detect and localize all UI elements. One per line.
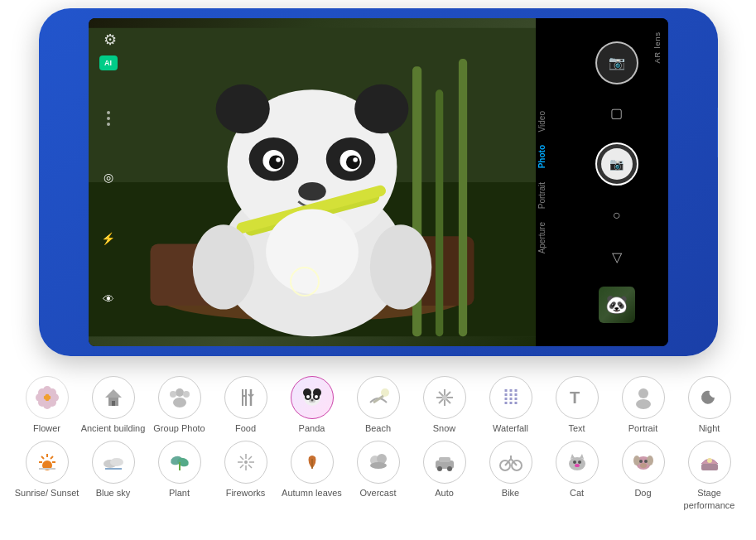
svg-point-53 xyxy=(306,395,310,398)
svg-point-114 xyxy=(640,463,647,468)
scene-icon-ancient-building[interactable]: Ancient building xyxy=(81,376,146,434)
flash-icon[interactable]: ⚡ xyxy=(99,229,118,248)
svg-point-54 xyxy=(315,395,318,398)
phone-frame: ⚙ AI ◎ ⚡ 👁 xyxy=(39,8,718,356)
svg-point-40 xyxy=(173,398,186,407)
svg-point-35 xyxy=(48,398,56,407)
volume-buttons xyxy=(39,75,40,139)
scene-icon-label-food: Food xyxy=(235,422,256,434)
scene-icon-label-waterfall: Waterfall xyxy=(493,422,528,434)
svg-point-32 xyxy=(38,388,46,397)
scene-icon-label-group-photo: Group Photo xyxy=(153,422,205,434)
volume-down-button[interactable] xyxy=(39,98,40,139)
svg-point-42 xyxy=(183,391,190,398)
mode-photo[interactable]: Photo xyxy=(536,138,566,175)
scene-icon-circle-ancient-building xyxy=(92,376,135,419)
mode-aperture[interactable]: Aperture xyxy=(536,215,566,260)
front-camera-button[interactable]: 📷 xyxy=(595,41,638,84)
scene-icon-blue-sky[interactable]: Blue sky xyxy=(81,441,146,511)
scene-icon-cat[interactable]: Cat xyxy=(545,441,609,511)
scene-icon-label-plant: Plant xyxy=(169,487,190,499)
scene-icon-label-autumn-leaves: Autumn leaves xyxy=(282,487,342,499)
scene-icon-circle-cat xyxy=(556,441,599,484)
svg-point-99 xyxy=(447,466,452,471)
svg-point-25 xyxy=(369,224,431,309)
scene-icon-text[interactable]: TText xyxy=(545,376,609,434)
svg-marker-105 xyxy=(580,454,584,459)
circle-shape-button[interactable]: ○ xyxy=(604,202,630,229)
svg-point-107 xyxy=(578,460,581,464)
scene-icon-label-flower: Flower xyxy=(33,422,60,434)
scene-icon-circle-waterfall xyxy=(489,376,532,419)
power-button-container xyxy=(717,108,718,157)
volume-up-button[interactable] xyxy=(39,75,40,93)
scene-icon-waterfall[interactable]: Waterfall xyxy=(479,376,543,434)
scene-icon-food[interactable]: Food xyxy=(214,376,278,434)
scene-icon-label-ancient-building: Ancient building xyxy=(81,422,146,434)
scene-icon-snow[interactable]: Snow xyxy=(412,376,477,434)
scene-icon-circle-plant xyxy=(158,441,201,484)
svg-point-12 xyxy=(354,84,408,134)
scene-icon-autumn-leaves[interactable]: Autumn leaves xyxy=(280,441,344,511)
power-button[interactable] xyxy=(717,108,718,157)
scene-icon-overcast[interactable]: Overcast xyxy=(346,441,411,511)
scene-icon-circle-group-photo xyxy=(158,376,201,419)
scene-icon-circle-bike xyxy=(489,441,532,484)
ar-lens-label: AR lens xyxy=(653,31,662,64)
svg-point-95 xyxy=(370,462,387,469)
scene-icon-label-dog: Dog xyxy=(634,487,651,499)
scene-icon-label-bike: Bike xyxy=(502,487,519,499)
svg-marker-104 xyxy=(571,454,575,459)
svg-point-106 xyxy=(573,460,576,464)
phone-screen: ⚙ AI ◎ ⚡ 👁 xyxy=(89,18,668,346)
scene-icon-label-overcast: Overcast xyxy=(359,487,396,499)
mode-video[interactable]: Video xyxy=(536,104,566,138)
svg-rect-38 xyxy=(112,401,115,406)
svg-line-91 xyxy=(248,465,252,468)
scene-icon-label-text: Text xyxy=(568,422,585,434)
scene-icon-group-photo[interactable]: Group Photo xyxy=(147,376,212,434)
scene-icon-auto[interactable]: Auto xyxy=(412,441,477,511)
scene-icon-circle-blue-sky xyxy=(92,441,135,484)
photo-thumbnail[interactable]: 🐼 xyxy=(599,287,635,323)
scene-icon-label-beach: Beach xyxy=(365,422,391,434)
ai-mode-icon[interactable]: AI xyxy=(99,55,118,70)
svg-rect-97 xyxy=(439,457,450,462)
svg-point-68 xyxy=(638,388,648,398)
scene-icon-label-portrait: Portrait xyxy=(628,422,657,434)
camera-viewfinder: ⚙ AI ◎ ⚡ 👁 xyxy=(89,18,536,346)
focus-ring xyxy=(290,267,320,297)
mode-selector: Video Photo Portrait Aperture xyxy=(536,18,566,346)
shutter-camera-icon: 📷 xyxy=(609,157,624,171)
svg-line-75 xyxy=(51,456,53,459)
scene-icon-bike[interactable]: Bike xyxy=(479,441,543,511)
scene-icon-panda[interactable]: Panda xyxy=(280,376,344,434)
scene-icon-circle-autumn-leaves xyxy=(291,441,334,484)
shutter-inner: 📷 xyxy=(601,148,633,180)
scene-icon-circle-night xyxy=(688,376,731,419)
scene-icons-row-2: Sunrise/ SunsetBlue skyPlantFireworksAut… xyxy=(14,441,743,511)
svg-point-98 xyxy=(437,466,442,471)
scene-icon-circle-beach xyxy=(357,376,400,419)
scene-icon-fireworks[interactable]: Fireworks xyxy=(214,441,278,511)
shutter-button[interactable]: 📷 xyxy=(595,142,638,186)
scene-icon-portrait[interactable]: Portrait xyxy=(611,376,676,434)
scene-icon-label-panda: Panda xyxy=(299,422,325,434)
scene-icon-plant[interactable]: Plant xyxy=(147,441,212,511)
scene-icon-beach[interactable]: Beach xyxy=(346,376,411,434)
scene-icon-sunrise-sunset[interactable]: Sunrise/ Sunset xyxy=(15,441,79,511)
triangle-down-button[interactable]: ▽ xyxy=(604,244,630,271)
svg-point-41 xyxy=(170,391,176,398)
exposure-icon[interactable]: ◎ xyxy=(99,167,118,187)
mode-portrait[interactable]: Portrait xyxy=(536,176,566,215)
scene-icon-stage-performance[interactable]: Stage performance xyxy=(677,441,742,511)
scene-icon-night[interactable]: Night xyxy=(677,376,742,434)
eye-icon[interactable]: 👁 xyxy=(99,289,118,309)
scene-icon-dog[interactable]: Dog xyxy=(611,441,676,511)
scene-icon-flower[interactable]: Flower xyxy=(15,376,79,434)
svg-point-113 xyxy=(644,460,648,463)
camera-right-panel: AR lens Video Photo Portrait Aperture 📷 … xyxy=(536,18,668,346)
square-shape-button[interactable]: ▢ xyxy=(604,100,630,127)
svg-point-63 xyxy=(442,395,447,400)
svg-rect-115 xyxy=(701,464,718,470)
